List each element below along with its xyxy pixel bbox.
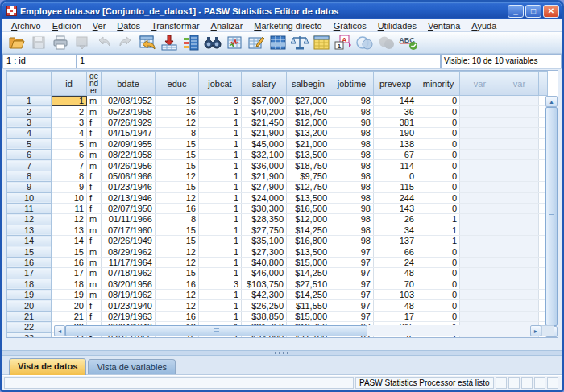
save-icon[interactable] (27, 33, 49, 52)
data-cell[interactable]: 12 (156, 171, 199, 181)
data-cell[interactable]: 98 (330, 214, 374, 225)
var-cell[interactable] (500, 300, 539, 311)
data-cell[interactable]: m (87, 214, 102, 225)
var-cell[interactable] (460, 236, 500, 246)
tab-variable-view[interactable]: Vista de variables (88, 359, 176, 374)
data-cell[interactable]: 137 (374, 236, 417, 246)
data-cell[interactable]: f (87, 311, 102, 321)
menu-gr-ficos[interactable]: Gráficos (328, 21, 372, 31)
column-header-educ[interactable]: educ (156, 72, 199, 96)
data-cell[interactable]: 21 (52, 311, 87, 321)
data-cell[interactable]: 1 (199, 138, 242, 149)
var-cell[interactable] (500, 268, 539, 279)
data-cell[interactable]: 98 (330, 106, 374, 117)
column-header-salbegin[interactable]: salbegin (287, 72, 330, 96)
data-cell[interactable]: 1 (199, 268, 242, 279)
data-cell[interactable]: $27,000 (287, 96, 330, 106)
data-cell[interactable]: 98 (330, 149, 374, 159)
data-cell[interactable]: 138 (374, 138, 417, 149)
data-cell[interactable]: $18,750 (287, 106, 330, 117)
var-cell[interactable] (460, 171, 500, 181)
data-cell[interactable]: 1 (199, 300, 242, 311)
row-number-header[interactable]: 4 (7, 128, 52, 138)
data-cell[interactable]: 36 (374, 106, 417, 117)
data-cell[interactable]: 1 (417, 225, 460, 235)
undo-icon[interactable] (93, 33, 114, 52)
data-cell[interactable]: 05/23/1958 (102, 106, 156, 117)
data-cell[interactable]: 70 (374, 279, 417, 289)
variables-icon[interactable] (180, 33, 201, 52)
data-cell[interactable]: 1 (52, 96, 87, 106)
data-cell[interactable]: 48 (374, 268, 417, 279)
data-cell[interactable]: $15,000 (287, 257, 330, 267)
data-cell[interactable]: f (87, 117, 102, 127)
data-cell[interactable]: 0 (417, 311, 460, 321)
menu-ayuda[interactable]: Ayuda (466, 21, 502, 31)
var-cell[interactable] (500, 149, 539, 159)
data-cell[interactable]: 1 (199, 192, 242, 203)
data-cell[interactable]: 244 (374, 192, 417, 203)
spell-check-icon[interactable]: ABC (397, 33, 419, 52)
data-cell[interactable]: m (87, 106, 102, 117)
data-cell[interactable]: 4 (52, 128, 87, 138)
data-cell[interactable]: 97 (330, 279, 374, 289)
data-cell[interactable]: $27,510 (287, 279, 330, 289)
data-cell[interactable]: 12 (156, 246, 199, 257)
data-cell[interactable]: 1 (199, 311, 242, 321)
data-cell[interactable]: 97 (330, 268, 374, 279)
data-cell[interactable]: 12 (156, 300, 199, 311)
data-cell[interactable]: $57,000 (242, 96, 287, 106)
tab-data-view[interactable]: Vista de datos (9, 358, 86, 375)
data-cell[interactable]: 26 (374, 214, 417, 225)
data-cell[interactable]: 0 (417, 182, 460, 192)
data-cell[interactable]: 16 (156, 106, 199, 117)
data-cell[interactable]: 144 (374, 96, 417, 106)
insert-variable-icon[interactable] (245, 33, 267, 52)
data-cell[interactable]: 97 (330, 300, 374, 311)
var-cell[interactable] (500, 290, 539, 300)
data-cell[interactable]: 98 (330, 225, 374, 235)
cell-editor[interactable]: 1 (77, 54, 441, 68)
var-cell[interactable] (500, 182, 539, 192)
row-number-header[interactable]: 13 (7, 225, 52, 235)
data-cell[interactable]: $24,000 (242, 192, 287, 203)
find-icon[interactable] (201, 33, 223, 52)
data-cell[interactable]: f (87, 171, 102, 181)
data-cell[interactable]: f (87, 300, 102, 311)
scroll-left-icon[interactable]: ◄ (54, 325, 65, 336)
data-cell[interactable]: 7 (52, 160, 87, 171)
column-header-jobcat[interactable]: jobcat (199, 72, 242, 96)
data-cell[interactable]: 02/09/1955 (102, 138, 156, 149)
data-cell[interactable]: 12 (52, 214, 87, 225)
data-cell[interactable]: 07/18/1962 (102, 268, 156, 279)
show-all-variables-icon[interactable] (375, 33, 397, 52)
data-cell[interactable]: 14 (52, 236, 87, 246)
data-cell[interactable]: $21,900 (242, 171, 287, 181)
data-cell[interactable]: 103 (374, 290, 417, 300)
data-cell[interactable]: 15 (156, 182, 199, 192)
data-cell[interactable]: 98 (330, 236, 374, 246)
var-cell[interactable] (500, 96, 539, 106)
data-cell[interactable]: 15 (156, 160, 199, 171)
var-cell[interactable] (500, 192, 539, 203)
data-cell[interactable]: 02/19/1963 (102, 311, 156, 321)
pane-splitter[interactable] (2, 350, 562, 356)
var-cell[interactable] (460, 182, 500, 192)
data-cell[interactable]: 1 (199, 203, 242, 213)
data-cell[interactable]: 15 (156, 225, 199, 235)
data-cell[interactable]: 05/06/1966 (102, 171, 156, 181)
redo-icon[interactable] (114, 33, 136, 52)
data-cell[interactable]: $21,450 (242, 117, 287, 127)
data-cell[interactable]: 0 (417, 300, 460, 311)
row-number-header[interactable]: 12 (7, 214, 52, 225)
menu-ver[interactable]: Ver (87, 21, 112, 31)
row-number-header[interactable]: 18 (7, 279, 52, 289)
data-cell[interactable]: m (87, 225, 102, 235)
scroll-up-icon[interactable]: ▲ (545, 96, 558, 107)
data-cell[interactable]: 20 (52, 300, 87, 311)
data-cell[interactable]: 02/26/1949 (102, 236, 156, 246)
data-cell[interactable]: f (87, 182, 102, 192)
column-header-id[interactable]: id (52, 72, 87, 96)
data-cell[interactable]: $32,100 (242, 149, 287, 159)
data-cell[interactable]: m (87, 138, 102, 149)
